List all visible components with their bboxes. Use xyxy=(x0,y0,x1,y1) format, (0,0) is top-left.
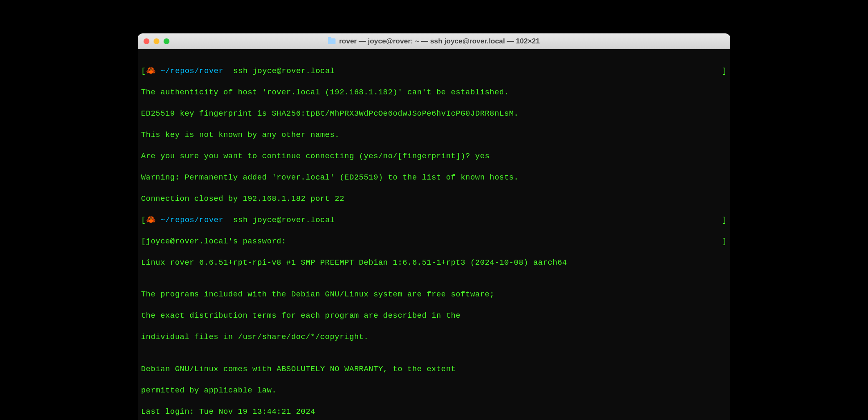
output-line: Connection closed by 192.168.1.182 port … xyxy=(141,194,727,205)
left-bracket: [ xyxy=(141,216,146,225)
cwd-2: ~/repos/rover xyxy=(161,216,224,225)
prompt-line-2: [🦀 ~/repos/rover ssh joyce@rover.local] xyxy=(141,215,727,226)
close-button[interactable] xyxy=(144,38,149,44)
output-line: permitted by applicable law. xyxy=(141,385,727,396)
right-bracket: ] xyxy=(722,215,727,226)
terminal-window: rover — joyce@rover: ~ — ssh joyce@rover… xyxy=(138,33,730,420)
output-line: Are you sure you want to continue connec… xyxy=(141,151,727,162)
output-line: individual files in /usr/share/doc/*/cop… xyxy=(141,332,727,343)
titlebar[interactable]: rover — joyce@rover: ~ — ssh joyce@rover… xyxy=(138,33,730,49)
zoom-button[interactable] xyxy=(164,38,169,44)
crab-icon: 🦀 xyxy=(146,67,156,76)
window-title: rover — joyce@rover: ~ — ssh joyce@rover… xyxy=(144,37,724,46)
output-line: Last login: Tue Nov 19 13:44:21 2024 xyxy=(141,407,727,417)
traffic-lights xyxy=(144,38,169,44)
crab-icon: 🦀 xyxy=(146,216,156,225)
output-line: Warning: Permanently added 'rover.local'… xyxy=(141,172,727,183)
terminal-body[interactable]: [🦀 ~/repos/rover ssh joyce@rover.local] … xyxy=(138,49,730,420)
right-bracket: ] xyxy=(722,66,727,77)
prompt-line-1: [🦀 ~/repos/rover ssh joyce@rover.local] xyxy=(141,66,727,77)
output-line: The authenticity of host 'rover.local (1… xyxy=(141,87,727,98)
right-bracket: ] xyxy=(722,236,727,247)
window-title-text: rover — joyce@rover: ~ — ssh joyce@rover… xyxy=(339,37,540,46)
output-line: This key is not known by any other names… xyxy=(141,130,727,141)
output-line: joyce@rover.local's password: xyxy=(146,237,286,246)
command-2: ssh joyce@rover.local xyxy=(233,216,335,225)
output-line: the exact distribution terms for each pr… xyxy=(141,311,727,321)
password-line: [joyce@rover.local's password:] xyxy=(141,236,727,247)
folder-icon xyxy=(328,38,336,44)
left-bracket: [ xyxy=(141,237,146,246)
output-line: The programs included with the Debian GN… xyxy=(141,289,727,300)
command-1: ssh joyce@rover.local xyxy=(233,67,335,76)
output-line: Linux rover 6.6.51+rpt-rpi-v8 #1 SMP PRE… xyxy=(141,258,727,268)
left-bracket: [ xyxy=(141,67,146,76)
minimize-button[interactable] xyxy=(154,38,159,44)
cwd-1: ~/repos/rover xyxy=(161,67,224,76)
output-line: ED25519 key fingerprint is SHA256:tpBt/M… xyxy=(141,109,727,119)
output-line: Debian GNU/Linux comes with ABSOLUTELY N… xyxy=(141,364,727,375)
